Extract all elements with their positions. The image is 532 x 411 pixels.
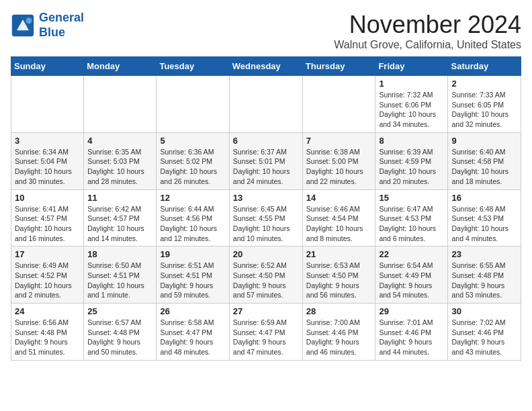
calendar-cell: 7Sunrise: 6:38 AM Sunset: 5:00 PM Daylig… <box>302 132 375 189</box>
calendar-cell: 23Sunrise: 6:55 AM Sunset: 4:48 PM Dayli… <box>448 246 521 304</box>
day-number: 16 <box>451 193 517 203</box>
day-info: Sunrise: 6:57 AM Sunset: 4:48 PM Dayligh… <box>87 318 152 357</box>
day-info: Sunrise: 6:34 AM Sunset: 5:04 PM Dayligh… <box>15 147 80 187</box>
calendar-cell: 30Sunrise: 7:02 AM Sunset: 4:46 PM Dayli… <box>448 304 521 361</box>
calendar-cell: 22Sunrise: 6:54 AM Sunset: 4:49 PM Dayli… <box>375 246 448 304</box>
week-row-4: 17Sunrise: 6:49 AM Sunset: 4:52 PM Dayli… <box>11 246 521 304</box>
week-row-5: 24Sunrise: 6:56 AM Sunset: 4:48 PM Dayli… <box>11 304 521 361</box>
day-info: Sunrise: 6:39 AM Sunset: 4:59 PM Dayligh… <box>379 147 444 187</box>
day-number: 14 <box>306 193 372 203</box>
month-title: November 2024 <box>334 11 521 39</box>
calendar-cell: 5Sunrise: 6:36 AM Sunset: 5:02 PM Daylig… <box>157 132 229 189</box>
day-number: 30 <box>451 306 517 316</box>
day-info: Sunrise: 7:32 AM Sunset: 6:06 PM Dayligh… <box>379 90 444 130</box>
logo-line1: General <box>39 11 84 24</box>
calendar-cell: 18Sunrise: 6:50 AM Sunset: 4:51 PM Dayli… <box>84 246 157 304</box>
day-info: Sunrise: 6:51 AM Sunset: 4:51 PM Dayligh… <box>160 261 225 300</box>
location-title: Walnut Grove, California, United States <box>334 39 521 51</box>
day-number: 28 <box>306 306 372 316</box>
day-info: Sunrise: 7:33 AM Sunset: 6:05 PM Dayligh… <box>451 90 517 130</box>
day-info: Sunrise: 6:42 AM Sunset: 4:57 PM Dayligh… <box>87 204 152 244</box>
calendar-cell: 21Sunrise: 6:53 AM Sunset: 4:50 PM Dayli… <box>302 246 375 304</box>
day-info: Sunrise: 7:02 AM Sunset: 4:46 PM Dayligh… <box>451 318 517 357</box>
title-block: November 2024 Walnut Grove, California, … <box>334 11 521 51</box>
day-info: Sunrise: 6:45 AM Sunset: 4:55 PM Dayligh… <box>233 204 299 244</box>
day-number: 6 <box>233 136 299 146</box>
calendar-cell <box>157 76 229 133</box>
day-info: Sunrise: 6:56 AM Sunset: 4:48 PM Dayligh… <box>15 318 80 357</box>
day-info: Sunrise: 6:37 AM Sunset: 5:01 PM Dayligh… <box>233 147 299 187</box>
day-number: 15 <box>379 193 444 203</box>
weekday-header-tuesday: Tuesday <box>157 57 229 76</box>
day-info: Sunrise: 6:35 AM Sunset: 5:03 PM Dayligh… <box>87 147 152 187</box>
day-info: Sunrise: 6:48 AM Sunset: 4:53 PM Dayligh… <box>451 204 517 244</box>
calendar-cell: 2Sunrise: 7:33 AM Sunset: 6:05 PM Daylig… <box>448 76 521 133</box>
calendar-cell <box>302 76 375 133</box>
weekday-header-sunday: Sunday <box>11 57 84 76</box>
day-number: 13 <box>233 193 299 203</box>
calendar-cell: 27Sunrise: 6:59 AM Sunset: 4:47 PM Dayli… <box>229 304 302 361</box>
calendar-cell: 29Sunrise: 7:01 AM Sunset: 4:46 PM Dayli… <box>375 304 448 361</box>
calendar-cell: 13Sunrise: 6:45 AM Sunset: 4:55 PM Dayli… <box>229 189 302 246</box>
day-number: 11 <box>87 193 152 203</box>
calendar-cell: 28Sunrise: 7:00 AM Sunset: 4:46 PM Dayli… <box>302 304 375 361</box>
day-number: 19 <box>160 249 225 259</box>
calendar-cell: 4Sunrise: 6:35 AM Sunset: 5:03 PM Daylig… <box>84 132 157 189</box>
day-number: 29 <box>379 306 444 316</box>
weekday-header-friday: Friday <box>375 57 448 76</box>
calendar-cell: 3Sunrise: 6:34 AM Sunset: 5:04 PM Daylig… <box>11 132 84 189</box>
day-number: 7 <box>306 136 372 146</box>
logo-line2: Blue <box>39 26 65 39</box>
calendar-cell: 14Sunrise: 6:46 AM Sunset: 4:54 PM Dayli… <box>302 189 375 246</box>
day-info: Sunrise: 6:50 AM Sunset: 4:51 PM Dayligh… <box>87 261 152 300</box>
day-number: 1 <box>379 79 444 89</box>
weekday-header-monday: Monday <box>84 57 157 76</box>
day-number: 23 <box>451 249 517 259</box>
header: General Blue November 2024 Walnut Grove,… <box>11 11 521 51</box>
day-number: 18 <box>87 249 152 259</box>
day-number: 26 <box>160 306 225 316</box>
calendar-cell <box>11 76 84 133</box>
logo: General Blue <box>11 11 84 40</box>
calendar-cell <box>84 76 157 133</box>
calendar-cell: 24Sunrise: 6:56 AM Sunset: 4:48 PM Dayli… <box>11 304 84 361</box>
week-row-2: 3Sunrise: 6:34 AM Sunset: 5:04 PM Daylig… <box>11 132 521 189</box>
calendar-cell: 11Sunrise: 6:42 AM Sunset: 4:57 PM Dayli… <box>84 189 157 246</box>
weekday-header-wednesday: Wednesday <box>229 57 302 76</box>
day-info: Sunrise: 6:55 AM Sunset: 4:48 PM Dayligh… <box>451 261 517 300</box>
day-info: Sunrise: 6:40 AM Sunset: 4:58 PM Dayligh… <box>451 147 517 187</box>
calendar-cell: 8Sunrise: 6:39 AM Sunset: 4:59 PM Daylig… <box>375 132 448 189</box>
logo-text: General Blue <box>39 11 84 40</box>
day-number: 27 <box>233 306 299 316</box>
day-info: Sunrise: 6:41 AM Sunset: 4:57 PM Dayligh… <box>15 204 80 244</box>
day-number: 20 <box>233 249 299 259</box>
calendar-cell: 17Sunrise: 6:49 AM Sunset: 4:52 PM Dayli… <box>11 246 84 304</box>
calendar: SundayMondayTuesdayWednesdayThursdayFrid… <box>11 56 521 361</box>
calendar-cell: 15Sunrise: 6:47 AM Sunset: 4:53 PM Dayli… <box>375 189 448 246</box>
day-info: Sunrise: 7:00 AM Sunset: 4:46 PM Dayligh… <box>306 318 372 357</box>
day-number: 22 <box>379 249 444 259</box>
day-number: 9 <box>451 136 517 146</box>
weekday-header-thursday: Thursday <box>302 57 375 76</box>
weekday-header-row: SundayMondayTuesdayWednesdayThursdayFrid… <box>11 57 521 76</box>
day-number: 10 <box>15 193 80 203</box>
calendar-cell: 26Sunrise: 6:58 AM Sunset: 4:47 PM Dayli… <box>157 304 229 361</box>
calendar-header: SundayMondayTuesdayWednesdayThursdayFrid… <box>11 57 521 76</box>
day-number: 24 <box>15 306 80 316</box>
weekday-header-saturday: Saturday <box>448 57 521 76</box>
day-info: Sunrise: 6:38 AM Sunset: 5:00 PM Dayligh… <box>306 147 372 187</box>
day-number: 3 <box>15 136 80 146</box>
calendar-cell: 1Sunrise: 7:32 AM Sunset: 6:06 PM Daylig… <box>375 76 448 133</box>
day-number: 4 <box>87 136 152 146</box>
calendar-cell: 10Sunrise: 6:41 AM Sunset: 4:57 PM Dayli… <box>11 189 84 246</box>
day-number: 5 <box>160 136 225 146</box>
day-number: 17 <box>15 249 80 259</box>
day-info: Sunrise: 6:52 AM Sunset: 4:50 PM Dayligh… <box>233 261 299 300</box>
day-number: 2 <box>451 79 517 89</box>
day-number: 25 <box>87 306 152 316</box>
calendar-cell: 6Sunrise: 6:37 AM Sunset: 5:01 PM Daylig… <box>229 132 302 189</box>
calendar-cell: 20Sunrise: 6:52 AM Sunset: 4:50 PM Dayli… <box>229 246 302 304</box>
day-number: 12 <box>160 193 225 203</box>
calendar-body: 1Sunrise: 7:32 AM Sunset: 6:06 PM Daylig… <box>11 76 521 361</box>
calendar-cell: 16Sunrise: 6:48 AM Sunset: 4:53 PM Dayli… <box>448 189 521 246</box>
